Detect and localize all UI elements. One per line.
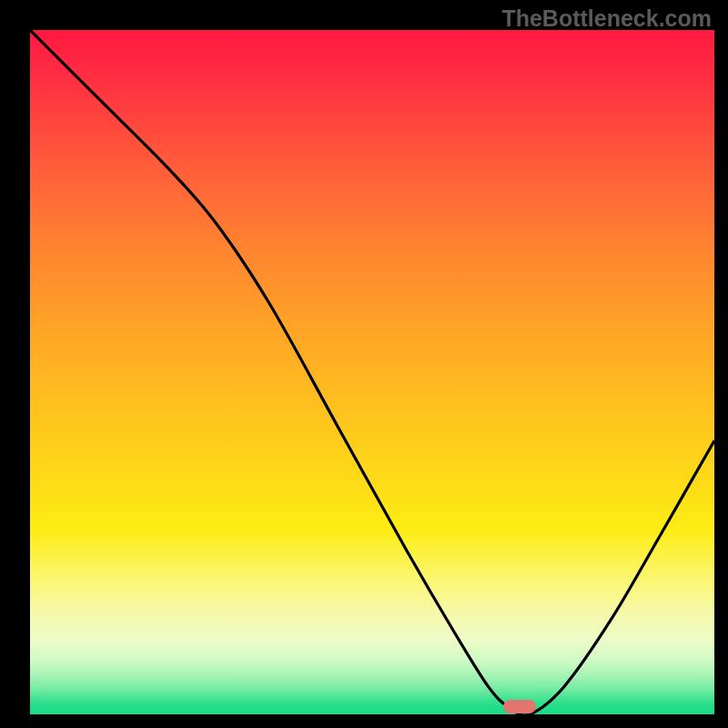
minimum-marker (503, 700, 536, 713)
watermark-text: TheBottleneck.com (501, 5, 712, 32)
plot-area (30, 30, 714, 714)
curve-svg (30, 30, 714, 714)
chart-container: TheBottleneck.com (0, 0, 728, 728)
bottleneck-curve-line (30, 30, 714, 714)
